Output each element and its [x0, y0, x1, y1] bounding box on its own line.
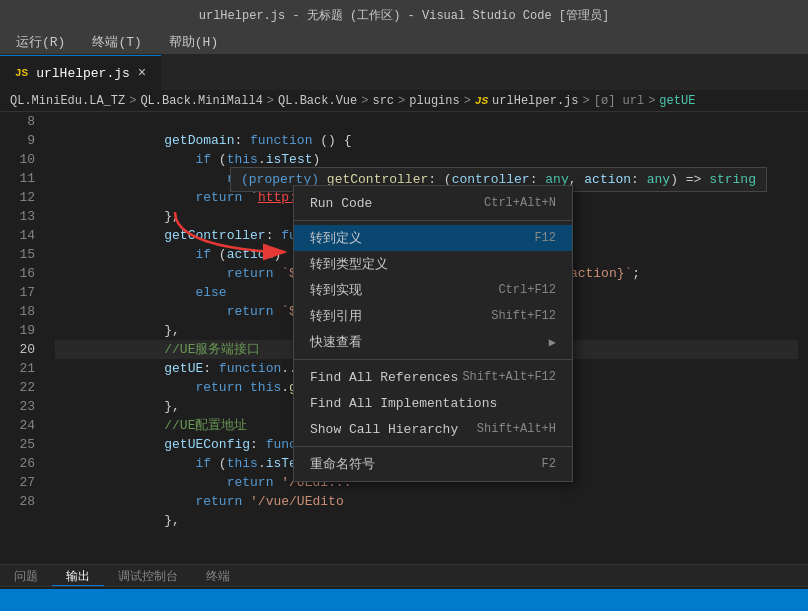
- ctx-goto-ref-shortcut: Shift+F12: [491, 309, 556, 323]
- ctx-find-refs[interactable]: Find All References Shift+Alt+F12: [294, 364, 572, 390]
- ln-10: 10: [5, 150, 35, 169]
- ctx-run-code[interactable]: Run Code Ctrl+Alt+N: [294, 190, 572, 216]
- ln-9: 9: [5, 131, 35, 150]
- ctx-goto-impl[interactable]: 转到实现 Ctrl+F12: [294, 277, 572, 303]
- ln-14: 14: [5, 226, 35, 245]
- ln-15: 15: [5, 245, 35, 264]
- ln-20: 20: [5, 340, 35, 359]
- ctx-goto-def[interactable]: 转到定义 F12: [294, 225, 572, 251]
- ln-18: 18: [5, 302, 35, 321]
- ctx-goto-impl-shortcut: Ctrl+F12: [498, 283, 556, 297]
- ctx-goto-ref[interactable]: 转到引用 Shift+F12: [294, 303, 572, 329]
- panel-tab-bar: 问题 输出 调试控制台 终端: [0, 565, 808, 587]
- ln-22: 22: [5, 378, 35, 397]
- menu-help[interactable]: 帮助(H): [163, 31, 224, 53]
- title-bar: urlHelper.js - 无标题 (工作区) - Visual Studio…: [0, 0, 808, 30]
- ln-17: 17: [5, 283, 35, 302]
- ctx-quick-view-arrow: ▶: [549, 335, 556, 350]
- tab-js-icon: JS: [15, 67, 28, 79]
- tab-bar: JS urlHelper.js ×: [0, 55, 808, 90]
- ln-8: 8: [5, 112, 35, 131]
- ctx-goto-def-shortcut: F12: [534, 231, 556, 245]
- status-bar: [0, 589, 808, 611]
- ctx-find-impls-label: Find All Implementations: [310, 396, 497, 411]
- ln-11: 11: [5, 169, 35, 188]
- ln-19: 19: [5, 321, 35, 340]
- ln-23: 23: [5, 397, 35, 416]
- ctx-section-3: Find All References Shift+Alt+F12 Find A…: [294, 360, 572, 447]
- ctx-goto-type-def[interactable]: 转到类型定义: [294, 251, 572, 277]
- panel-tab-problems[interactable]: 问题: [0, 565, 52, 586]
- tab-label: urlHelper.js: [36, 66, 130, 81]
- ctx-goto-def-label: 转到定义: [310, 229, 362, 247]
- ctx-section-4: 重命名符号 F2: [294, 447, 572, 481]
- ln-12: 12: [5, 188, 35, 207]
- ln-13: 13: [5, 207, 35, 226]
- menu-terminal[interactable]: 终端(T): [86, 31, 147, 53]
- ctx-quick-view[interactable]: 快速查看 ▶: [294, 329, 572, 355]
- ctx-call-hierarchy[interactable]: Show Call Hierarchy Shift+Alt+H: [294, 416, 572, 442]
- ctx-quick-view-label: 快速查看: [310, 333, 362, 351]
- ctx-find-refs-label: Find All References: [310, 370, 458, 385]
- ctx-rename[interactable]: 重命名符号 F2: [294, 451, 572, 477]
- ctx-call-hierarchy-label: Show Call Hierarchy: [310, 422, 458, 437]
- menu-run[interactable]: 运行(R): [10, 31, 71, 53]
- ln-27: 27: [5, 473, 35, 492]
- ln-24: 24: [5, 416, 35, 435]
- ctx-run-code-shortcut: Ctrl+Alt+N: [484, 196, 556, 210]
- breadcrumb: QL.MiniEdu.LA_TZ > QL.Back.MiniMall4 > Q…: [0, 90, 808, 112]
- ln-21: 21: [5, 359, 35, 378]
- ctx-goto-impl-label: 转到实现: [310, 281, 362, 299]
- ctx-goto-ref-label: 转到引用: [310, 307, 362, 325]
- ln-25: 25: [5, 435, 35, 454]
- ctx-section-2: 转到定义 F12 转到类型定义 转到实现 Ctrl+F12 转到引用: [294, 221, 572, 360]
- ctx-goto-type-def-label: 转到类型定义: [310, 255, 388, 273]
- ln-16: 16: [5, 264, 35, 283]
- line-numbers: 8 9 10 11 12 13 14 15 16 17 18 19 20 21 …: [0, 112, 45, 564]
- code-line-8: getDomain: function () {: [55, 112, 798, 131]
- ln-26: 26: [5, 454, 35, 473]
- ln-28: 28: [5, 492, 35, 511]
- ctx-call-hierarchy-shortcut: Shift+Alt+H: [477, 422, 556, 436]
- ctx-section-1: Run Code Ctrl+Alt+N: [294, 186, 572, 221]
- ctx-find-refs-shortcut: Shift+Alt+F12: [462, 370, 556, 384]
- title-text: urlHelper.js - 无标题 (工作区) - Visual Studio…: [199, 7, 609, 24]
- panel-tab-output[interactable]: 输出: [52, 565, 104, 586]
- tab-close-button[interactable]: ×: [138, 65, 146, 81]
- menu-bar: 运行(R) 终端(T) 帮助(H): [0, 30, 808, 55]
- ctx-rename-label: 重命名符号: [310, 455, 375, 473]
- panel-tab-debug[interactable]: 调试控制台: [104, 565, 192, 586]
- ctx-run-code-label: Run Code: [310, 196, 372, 211]
- ctx-rename-shortcut: F2: [542, 457, 556, 471]
- context-menu[interactable]: Run Code Ctrl+Alt+N 转到定义 F12 转到类型定义 转到实: [293, 185, 573, 482]
- code-area: 8 9 10 11 12 13 14 15 16 17 18 19 20 21 …: [0, 112, 808, 564]
- ctx-find-impls[interactable]: Find All Implementations: [294, 390, 572, 416]
- tab-urlhelper[interactable]: JS urlHelper.js ×: [0, 55, 161, 90]
- panel-tab-terminal[interactable]: 终端: [192, 565, 244, 586]
